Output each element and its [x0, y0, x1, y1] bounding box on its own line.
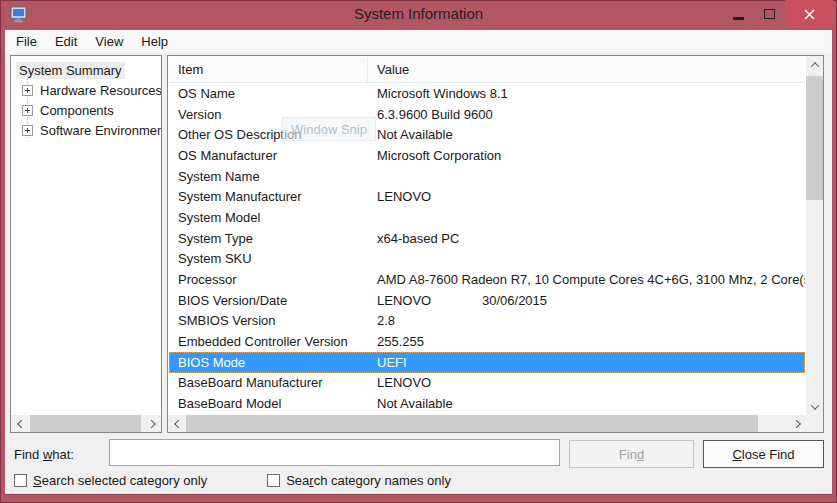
value-cell: LENOVO: [368, 189, 805, 204]
close-find-button[interactable]: Close Find: [703, 440, 824, 468]
item-cell: System Model: [169, 210, 368, 225]
menu-item-help[interactable]: Help: [132, 31, 177, 52]
menu-item-file[interactable]: File: [7, 31, 46, 52]
list-header: Item Value: [169, 57, 805, 83]
expand-plus-icon[interactable]: [22, 105, 33, 116]
find-button[interactable]: Find: [569, 440, 694, 468]
item-cell: SMBIOS Version: [169, 313, 368, 328]
scroll-left-button[interactable]: [11, 415, 28, 432]
close-icon: [804, 9, 815, 20]
expand-plus-icon[interactable]: [22, 125, 33, 136]
details-list-pane: Item Value OS NameMicrosoft Windows 8.1V…: [167, 55, 824, 433]
system-information-window: System Information FileEditViewHelp Syst…: [0, 0, 837, 503]
list-row-baseboard-model[interactable]: BaseBoard ModelNot Available: [169, 393, 805, 414]
scroll-up-button[interactable]: [806, 56, 823, 73]
item-cell: System Type: [169, 231, 368, 246]
list-row-embedded-controller-version[interactable]: Embedded Controller Version255.255: [169, 331, 805, 352]
list-row-bios-version-date[interactable]: BIOS Version/DateLENOVO30/06/2015: [169, 290, 805, 311]
list-row-version[interactable]: Version6.3.9600 Build 9600: [169, 104, 805, 125]
chevron-left-icon: [174, 419, 182, 427]
item-cell: BaseBoard Model: [169, 396, 368, 411]
value-cell: AMD A8-7600 Radeon R7, 10 Compute Cores …: [368, 272, 805, 287]
value-cell: UEFI: [368, 355, 805, 370]
list-rows: OS NameMicrosoft Windows 8.1Version6.3.9…: [169, 83, 805, 414]
list-row-system-sku[interactable]: System SKU: [169, 249, 805, 270]
tree-item-label: Software Environment: [37, 122, 162, 139]
tree-item-components[interactable]: Components: [11, 100, 161, 120]
scroll-down-button[interactable]: [806, 398, 823, 415]
scroll-left-button[interactable]: [168, 415, 185, 432]
column-header-value[interactable]: Value: [368, 62, 805, 77]
item-cell: OS Name: [169, 86, 368, 101]
item-cell: Embedded Controller Version: [169, 334, 368, 349]
value-cell: Not Available: [368, 127, 805, 142]
find-what-label: Find what:: [14, 447, 74, 462]
value-cell: Not Available: [368, 396, 805, 411]
item-cell: System Name: [169, 169, 368, 184]
list-row-os-name[interactable]: OS NameMicrosoft Windows 8.1: [169, 83, 805, 104]
list-row-bios-mode[interactable]: BIOS ModeUEFI: [169, 352, 805, 373]
chevron-left-icon: [17, 419, 25, 427]
scroll-right-button[interactable]: [144, 415, 161, 432]
scrollbar-thumb[interactable]: [806, 76, 823, 200]
tree-item-label: Components: [37, 102, 117, 119]
category-tree-pane: System SummaryHardware ResourcesComponen…: [10, 55, 162, 433]
scrollbar-thumb[interactable]: [186, 415, 758, 432]
maximize-icon: [764, 9, 775, 19]
list-row-system-type[interactable]: System Typex64-based PC: [169, 228, 805, 249]
checkbox-search-category-names-only[interactable]: Search category names only: [267, 473, 451, 488]
minimize-button[interactable]: [723, 0, 754, 28]
item-cell: Processor: [169, 272, 368, 287]
maximize-button[interactable]: [754, 0, 785, 28]
expand-plus-icon[interactable]: [22, 85, 33, 96]
item-cell: System Manufacturer: [169, 189, 368, 204]
chevron-right-icon: [792, 419, 800, 427]
list-row-system-name[interactable]: System Name: [169, 166, 805, 187]
checkbox-box[interactable]: [14, 474, 27, 487]
tree-item-system-summary[interactable]: System Summary: [11, 60, 161, 80]
checkbox-search-selected-category-only[interactable]: Search selected category only: [14, 473, 207, 488]
tree-item-label: System Summary: [16, 62, 125, 79]
title-bar: System Information: [0, 0, 837, 30]
list-row-other-os-description[interactable]: Other OS DescriptionNot Available: [169, 124, 805, 145]
menu-item-edit[interactable]: Edit: [46, 31, 86, 52]
menu-item-view[interactable]: View: [86, 31, 132, 52]
tree-item-label: Hardware Resources: [37, 82, 162, 99]
close-button[interactable]: [785, 0, 833, 28]
list-row-smbios-version[interactable]: SMBIOS Version2.8: [169, 311, 805, 332]
checkbox-box[interactable]: [267, 474, 280, 487]
item-cell: BIOS Mode: [169, 355, 368, 370]
value-cell: Microsoft Windows 8.1: [368, 86, 805, 101]
minimize-icon: [733, 17, 744, 20]
item-cell: BIOS Version/Date: [169, 293, 368, 308]
list-row-os-manufacturer[interactable]: OS ManufacturerMicrosoft Corporation: [169, 145, 805, 166]
item-cell: OS Manufacturer: [169, 148, 368, 163]
value-cell: Microsoft Corporation: [368, 148, 805, 163]
item-cell: System SKU: [169, 251, 368, 266]
vertical-scrollbar[interactable]: [806, 56, 823, 415]
list-row-baseboard-manufacturer[interactable]: BaseBoard ManufacturerLENOVO: [169, 373, 805, 394]
window-controls: [723, 0, 833, 28]
value-cell: 255.255: [368, 334, 805, 349]
chevron-up-icon: [810, 62, 818, 70]
value-cell: 6.3.9600 Build 9600: [368, 107, 805, 122]
scrollbar-corner: [806, 415, 823, 432]
scroll-right-button[interactable]: [789, 415, 806, 432]
tree-item-software-environment[interactable]: Software Environment: [11, 120, 161, 140]
column-header-item[interactable]: Item: [169, 57, 368, 82]
list-row-processor[interactable]: ProcessorAMD A8-7600 Radeon R7, 10 Compu…: [169, 269, 805, 290]
scrollbar-thumb[interactable]: [30, 415, 141, 432]
chevron-down-icon: [810, 401, 818, 409]
find-what-input[interactable]: [109, 439, 560, 466]
item-cell: BaseBoard Manufacturer: [169, 375, 368, 390]
value-cell: LENOVO: [368, 375, 805, 390]
tree-item-hardware-resources[interactable]: Hardware Resources: [11, 80, 161, 100]
horizontal-scrollbar[interactable]: [168, 415, 806, 432]
window-title: System Information: [0, 5, 837, 22]
tree-items: System SummaryHardware ResourcesComponen…: [11, 60, 161, 140]
value-cell: x64-based PC: [368, 231, 805, 246]
list-row-system-model[interactable]: System Model: [169, 207, 805, 228]
list-row-system-manufacturer[interactable]: System ManufacturerLENOVO: [169, 186, 805, 207]
tree-horizontal-scrollbar[interactable]: [11, 415, 161, 432]
item-cell: Version: [169, 107, 368, 122]
